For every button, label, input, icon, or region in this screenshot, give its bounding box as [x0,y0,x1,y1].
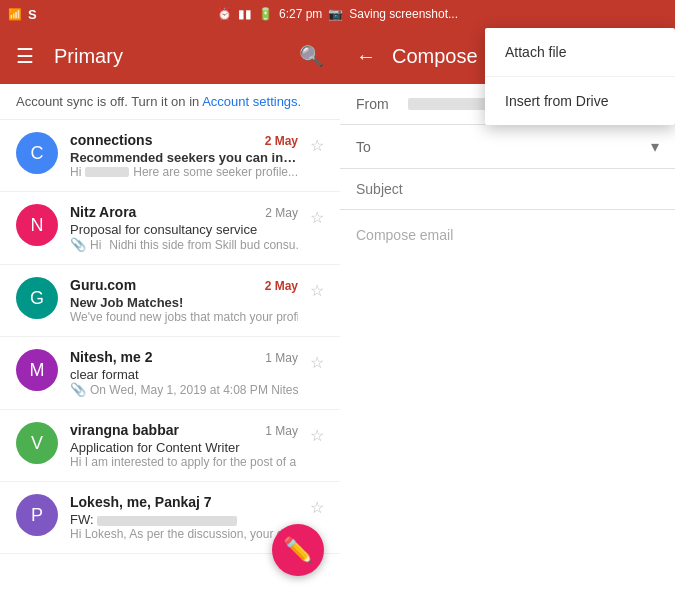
expand-icon[interactable]: ▾ [651,137,659,156]
avatar: V [16,422,58,464]
time-display: 6:27 pm [279,7,322,21]
subject-input[interactable] [356,181,659,197]
star-icon[interactable]: ☆ [310,208,324,227]
email-subject: Application for Content Writer [70,440,298,455]
email-content: virangna babbar 1 May Application for Co… [70,422,298,469]
list-item[interactable]: V virangna babbar 1 May Application for … [0,410,340,482]
battery-icon: 🔋 [258,7,273,21]
search-icon[interactable]: 🔍 [299,44,324,68]
avatar: C [16,132,58,174]
subject-field[interactable] [340,169,675,210]
email-subject: FW: [70,512,298,527]
left-toolbar: ☰ Primary 🔍 [0,28,340,84]
email-preview: We've found new jobs that match your pro… [70,310,298,324]
left-panel: ☰ Primary 🔍 Account sync is off. Turn it… [0,28,340,600]
hamburger-menu-icon[interactable]: ☰ [16,44,34,68]
email-preview: 📎 Hi Nidhi this side from Skill bud cons… [70,237,298,252]
email-preview: 📎 On Wed, May 1, 2019 at 4:08 PM Nitesh … [70,382,298,397]
avatar: N [16,204,58,246]
sender-name: Nitz Arora [70,204,136,220]
signal-icon: 📶 [8,8,22,21]
email-content: Nitz Arora 2 May Proposal for consultanc… [70,204,298,252]
avatar: P [16,494,58,536]
attachment-icon: 📎 [70,382,86,397]
email-subject: clear format [70,367,298,382]
inbox-title: Primary [54,45,279,68]
email-subject: Proposal for consultancy service [70,222,298,237]
status-bar-left: 📶 S [8,7,37,22]
avatar: M [16,349,58,391]
email-header: Nitesh, me 2 1 May [70,349,298,365]
star-icon[interactable]: ☆ [310,281,324,300]
email-header: virangna babbar 1 May [70,422,298,438]
saving-text: Saving screenshot... [349,7,458,21]
email-content: connections 2 May Recommended seekers yo… [70,132,298,179]
star-icon[interactable]: ☆ [310,136,324,155]
email-header: Nitz Arora 2 May [70,204,298,220]
list-item[interactable]: C connections 2 May Recommended seekers … [0,120,340,192]
email-date: 2 May [265,134,298,148]
sync-text: Account sync is off. Turn it on in [16,94,202,109]
signal2-icon: ▮▮ [238,7,252,21]
status-bar-center: ⏰ ▮▮ 🔋 6:27 pm 📷 Saving screenshot... [217,7,458,21]
back-icon[interactable]: ← [356,45,376,68]
email-subject: Recommended seekers you can invite to fo… [70,150,298,165]
email-content: Lokesh, me, Pankaj 7 FW: Hi Lokesh, As p… [70,494,298,541]
to-field[interactable]: To ▾ [340,125,675,169]
status-bar: 📶 S ⏰ ▮▮ 🔋 6:27 pm 📷 Saving screenshot..… [0,0,675,28]
to-input[interactable] [408,139,639,155]
sender-name: Lokesh, me, Pankaj 7 [70,494,212,510]
account-settings-link[interactable]: Account settings. [202,94,301,109]
sender-name: virangna babbar [70,422,179,438]
from-label: From [356,96,396,112]
email-subject: New Job Matches! [70,295,298,310]
star-icon[interactable]: ☆ [310,353,324,372]
email-header: Lokesh, me, Pankaj 7 [70,494,298,510]
dropdown-menu: Attach file Insert from Drive [485,28,675,125]
email-preview: Hi Here are some seeker profile... [70,165,298,179]
email-date: 1 May [265,424,298,438]
compose-placeholder: Compose email [356,227,453,243]
compose-fab[interactable]: ✏️ [272,524,324,576]
email-preview: Hi Lokesh, As per the discussion, your d… [70,527,298,541]
sender-name: Nitesh, me 2 [70,349,152,365]
list-item[interactable]: N Nitz Arora 2 May Proposal for consulta… [0,192,340,265]
email-date: 1 May [265,351,298,365]
email-content: Nitesh, me 2 1 May clear format 📎 On Wed… [70,349,298,397]
sender-name: Guru.com [70,277,136,293]
star-icon[interactable]: ☆ [310,426,324,445]
to-label: To [356,139,396,155]
email-header: connections 2 May [70,132,298,148]
attachment-icon: 📎 [70,237,86,252]
avatar: G [16,277,58,319]
compose-email-area[interactable]: Compose email [340,210,675,600]
skype-icon: S [28,7,37,22]
email-date: 2 May [265,279,298,293]
attach-file-item[interactable]: Attach file [485,28,675,77]
email-content: Guru.com 2 May New Job Matches! We've fo… [70,277,298,324]
star-icon[interactable]: ☆ [310,498,324,517]
email-date: 2 May [265,206,298,220]
sync-bar: Account sync is off. Turn it on in Accou… [0,84,340,120]
email-header: Guru.com 2 May [70,277,298,293]
list-item[interactable]: M Nitesh, me 2 1 May clear format 📎 On W… [0,337,340,410]
screenshot-icon: 📷 [328,7,343,21]
list-item[interactable]: G Guru.com 2 May New Job Matches! We've … [0,265,340,337]
compose-body: From To ▾ Compose email [340,84,675,600]
insert-from-drive-item[interactable]: Insert from Drive [485,77,675,125]
alarm-icon: ⏰ [217,7,232,21]
sender-name: connections [70,132,152,148]
email-preview: Hi I am interested to apply for the post… [70,455,298,469]
